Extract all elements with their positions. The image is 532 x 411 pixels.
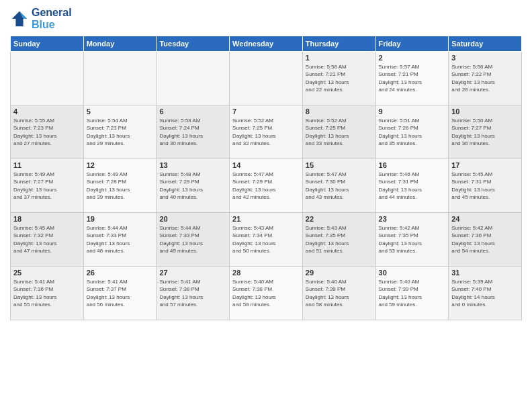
weekday-header: Friday: [375, 36, 449, 52]
day-info: Sunrise: 5:43 AM Sunset: 7:34 PM Dayligh…: [232, 224, 300, 255]
calendar-cell: 6Sunrise: 5:53 AM Sunset: 7:24 PM Daylig…: [157, 105, 230, 159]
day-info: Sunrise: 5:47 AM Sunset: 7:29 PM Dayligh…: [232, 171, 300, 201]
day-number: 7: [232, 107, 300, 116]
day-info: Sunrise: 5:57 AM Sunset: 7:21 PM Dayligh…: [379, 63, 446, 93]
logo: General Blue: [10, 7, 72, 30]
calendar-cell: 31Sunrise: 5:39 AM Sunset: 7:40 PM Dayli…: [449, 267, 522, 320]
calendar-cell: 28Sunrise: 5:40 AM Sunset: 7:38 PM Dayli…: [230, 267, 303, 320]
calendar-cell: 16Sunrise: 5:46 AM Sunset: 7:31 PM Dayli…: [375, 159, 449, 213]
calendar-week-row: 18Sunrise: 5:45 AM Sunset: 7:32 PM Dayli…: [11, 213, 522, 267]
calendar-week-row: 4Sunrise: 5:55 AM Sunset: 7:23 PM Daylig…: [11, 105, 522, 159]
day-number: 3: [451, 54, 519, 62]
calendar-cell: 14Sunrise: 5:47 AM Sunset: 7:29 PM Dayli…: [230, 159, 303, 213]
calendar-week-row: 11Sunrise: 5:49 AM Sunset: 7:27 PM Dayli…: [11, 159, 522, 213]
day-number: 1: [306, 54, 373, 62]
day-info: Sunrise: 5:58 AM Sunset: 7:21 PM Dayligh…: [306, 63, 373, 93]
weekday-header: Sunday: [11, 36, 84, 52]
day-info: Sunrise: 5:46 AM Sunset: 7:31 PM Dayligh…: [379, 171, 446, 201]
day-number: 29: [306, 269, 373, 277]
day-info: Sunrise: 5:45 AM Sunset: 7:31 PM Dayligh…: [451, 171, 519, 201]
calendar-cell: 13Sunrise: 5:48 AM Sunset: 7:29 PM Dayli…: [157, 159, 230, 213]
day-number: 6: [159, 107, 226, 116]
day-number: 16: [379, 161, 446, 169]
calendar-cell: 2Sunrise: 5:57 AM Sunset: 7:21 PM Daylig…: [375, 52, 449, 105]
day-number: 20: [159, 215, 226, 223]
calendar-cell: 12Sunrise: 5:49 AM Sunset: 7:28 PM Dayli…: [83, 159, 157, 213]
calendar-cell: 3Sunrise: 5:56 AM Sunset: 7:22 PM Daylig…: [449, 52, 522, 105]
weekday-header: Saturday: [449, 36, 522, 52]
day-number: 2: [379, 54, 446, 62]
calendar-cell: 20Sunrise: 5:44 AM Sunset: 7:33 PM Dayli…: [157, 213, 230, 267]
day-number: 13: [159, 161, 226, 169]
calendar-cell: 5Sunrise: 5:54 AM Sunset: 7:23 PM Daylig…: [83, 105, 157, 159]
day-info: Sunrise: 5:41 AM Sunset: 7:36 PM Dayligh…: [13, 278, 81, 308]
day-info: Sunrise: 5:49 AM Sunset: 7:28 PM Dayligh…: [87, 171, 154, 201]
page: General Blue SundayMondayTuesdayWednesda…: [0, 0, 532, 411]
day-info: Sunrise: 5:44 AM Sunset: 7:33 PM Dayligh…: [87, 224, 154, 255]
day-number: 28: [232, 269, 300, 277]
day-number: 21: [232, 215, 300, 223]
day-info: Sunrise: 5:40 AM Sunset: 7:38 PM Dayligh…: [232, 278, 300, 308]
day-number: 10: [451, 107, 519, 116]
calendar-cell: 9Sunrise: 5:51 AM Sunset: 7:26 PM Daylig…: [375, 105, 449, 159]
day-info: Sunrise: 5:43 AM Sunset: 7:35 PM Dayligh…: [306, 224, 373, 255]
weekday-header: Tuesday: [157, 36, 230, 52]
day-info: Sunrise: 5:52 AM Sunset: 7:25 PM Dayligh…: [306, 117, 373, 147]
day-number: 5: [87, 107, 154, 116]
calendar-week-row: 25Sunrise: 5:41 AM Sunset: 7:36 PM Dayli…: [11, 267, 522, 320]
day-number: 25: [13, 269, 81, 277]
day-number: 24: [451, 215, 519, 223]
day-info: Sunrise: 5:56 AM Sunset: 7:22 PM Dayligh…: [451, 63, 519, 93]
calendar-cell: 17Sunrise: 5:45 AM Sunset: 7:31 PM Dayli…: [449, 159, 522, 213]
calendar-cell: 22Sunrise: 5:43 AM Sunset: 7:35 PM Dayli…: [302, 213, 375, 267]
weekday-header: Monday: [83, 36, 157, 52]
day-number: 9: [379, 107, 446, 116]
calendar-cell: 25Sunrise: 5:41 AM Sunset: 7:36 PM Dayli…: [11, 267, 84, 320]
day-info: Sunrise: 5:52 AM Sunset: 7:25 PM Dayligh…: [232, 117, 300, 147]
day-number: 17: [451, 161, 519, 169]
calendar-cell: 26Sunrise: 5:41 AM Sunset: 7:37 PM Dayli…: [83, 267, 157, 320]
calendar-cell: 11Sunrise: 5:49 AM Sunset: 7:27 PM Dayli…: [11, 159, 84, 213]
day-number: 11: [13, 161, 81, 169]
logo-text: General Blue: [32, 7, 72, 30]
day-info: Sunrise: 5:48 AM Sunset: 7:29 PM Dayligh…: [159, 171, 226, 201]
calendar-cell: 24Sunrise: 5:42 AM Sunset: 7:36 PM Dayli…: [449, 213, 522, 267]
day-info: Sunrise: 5:51 AM Sunset: 7:26 PM Dayligh…: [379, 117, 446, 147]
day-number: 8: [306, 107, 373, 116]
day-info: Sunrise: 5:55 AM Sunset: 7:23 PM Dayligh…: [13, 117, 81, 147]
calendar-cell: 19Sunrise: 5:44 AM Sunset: 7:33 PM Dayli…: [83, 213, 157, 267]
calendar-cell: 1Sunrise: 5:58 AM Sunset: 7:21 PM Daylig…: [302, 52, 375, 105]
day-number: 31: [451, 269, 519, 277]
calendar-week-row: 1Sunrise: 5:58 AM Sunset: 7:21 PM Daylig…: [11, 52, 522, 105]
day-info: Sunrise: 5:42 AM Sunset: 7:36 PM Dayligh…: [451, 224, 519, 255]
day-number: 19: [87, 215, 154, 223]
day-info: Sunrise: 5:49 AM Sunset: 7:27 PM Dayligh…: [13, 171, 81, 201]
logo-icon: [10, 9, 29, 28]
calendar-cell: 7Sunrise: 5:52 AM Sunset: 7:25 PM Daylig…: [230, 105, 303, 159]
calendar-cell: 23Sunrise: 5:42 AM Sunset: 7:35 PM Dayli…: [375, 213, 449, 267]
calendar-cell: 4Sunrise: 5:55 AM Sunset: 7:23 PM Daylig…: [11, 105, 84, 159]
calendar-cell: 15Sunrise: 5:47 AM Sunset: 7:30 PM Dayli…: [302, 159, 375, 213]
day-info: Sunrise: 5:40 AM Sunset: 7:39 PM Dayligh…: [379, 278, 446, 308]
day-info: Sunrise: 5:45 AM Sunset: 7:32 PM Dayligh…: [13, 224, 81, 255]
weekday-header: Wednesday: [230, 36, 303, 52]
calendar-cell: [157, 52, 230, 105]
calendar-cell: 27Sunrise: 5:41 AM Sunset: 7:38 PM Dayli…: [157, 267, 230, 320]
calendar-cell: 29Sunrise: 5:40 AM Sunset: 7:39 PM Dayli…: [302, 267, 375, 320]
weekday-header: Thursday: [302, 36, 375, 52]
day-number: 15: [306, 161, 373, 169]
calendar-table: SundayMondayTuesdayWednesdayThursdayFrid…: [10, 36, 522, 320]
day-number: 26: [87, 269, 154, 277]
day-info: Sunrise: 5:47 AM Sunset: 7:30 PM Dayligh…: [306, 171, 373, 201]
header: General Blue: [10, 7, 522, 30]
day-info: Sunrise: 5:53 AM Sunset: 7:24 PM Dayligh…: [159, 117, 226, 147]
calendar-cell: 8Sunrise: 5:52 AM Sunset: 7:25 PM Daylig…: [302, 105, 375, 159]
day-number: 14: [232, 161, 300, 169]
calendar-cell: [11, 52, 84, 105]
day-number: 18: [13, 215, 81, 223]
calendar-cell: 30Sunrise: 5:40 AM Sunset: 7:39 PM Dayli…: [375, 267, 449, 320]
calendar-header-row: SundayMondayTuesdayWednesdayThursdayFrid…: [11, 36, 522, 52]
day-info: Sunrise: 5:40 AM Sunset: 7:39 PM Dayligh…: [306, 278, 373, 308]
day-info: Sunrise: 5:50 AM Sunset: 7:27 PM Dayligh…: [451, 117, 519, 147]
day-number: 23: [379, 215, 446, 223]
